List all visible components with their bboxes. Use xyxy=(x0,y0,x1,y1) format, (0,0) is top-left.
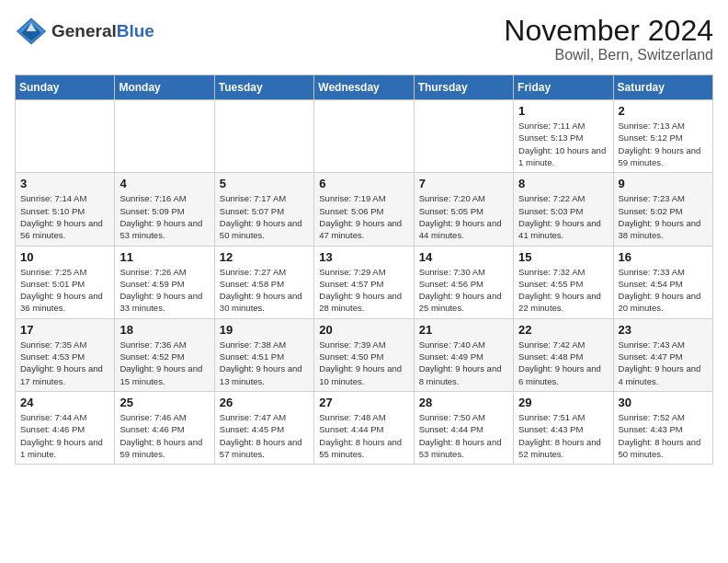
calendar-day-cell: 18Sunrise: 7:36 AM Sunset: 4:52 PM Dayli… xyxy=(115,318,214,391)
calendar-day-cell: 23Sunrise: 7:43 AM Sunset: 4:47 PM Dayli… xyxy=(613,318,712,391)
weekday-header: Tuesday xyxy=(214,75,313,100)
calendar-day-cell: 16Sunrise: 7:33 AM Sunset: 4:54 PM Dayli… xyxy=(613,246,712,318)
day-info: Sunrise: 7:40 AM Sunset: 4:49 PM Dayligh… xyxy=(419,339,508,387)
logo: GeneralBlue xyxy=(15,15,154,48)
day-number: 22 xyxy=(518,323,608,337)
day-info: Sunrise: 7:42 AM Sunset: 4:48 PM Dayligh… xyxy=(518,339,608,387)
day-info: Sunrise: 7:13 AM Sunset: 5:12 PM Dayligh… xyxy=(619,120,708,168)
weekday-header: Friday xyxy=(514,75,613,100)
day-info: Sunrise: 7:51 AM Sunset: 4:43 PM Dayligh… xyxy=(518,411,608,460)
day-number: 24 xyxy=(20,396,109,409)
calendar-day-cell: 11Sunrise: 7:26 AM Sunset: 4:59 PM Dayli… xyxy=(115,246,214,318)
calendar-week-row: 3Sunrise: 7:14 AM Sunset: 5:10 PM Daylig… xyxy=(16,173,713,246)
calendar-day-cell: 20Sunrise: 7:39 AM Sunset: 4:50 PM Dayli… xyxy=(314,318,414,391)
logo-text: GeneralBlue xyxy=(51,22,154,41)
day-info: Sunrise: 7:36 AM Sunset: 4:52 PM Dayligh… xyxy=(119,339,209,387)
weekday-header: Wednesday xyxy=(314,75,414,100)
day-number: 18 xyxy=(119,323,209,337)
calendar-day-cell: 17Sunrise: 7:35 AM Sunset: 4:53 PM Dayli… xyxy=(16,318,115,391)
day-info: Sunrise: 7:50 AM Sunset: 4:44 PM Dayligh… xyxy=(419,411,508,460)
calendar-day-cell: 30Sunrise: 7:52 AM Sunset: 4:43 PM Dayli… xyxy=(613,391,712,464)
calendar-day-cell: 1Sunrise: 7:11 AM Sunset: 5:13 PM Daylig… xyxy=(514,100,613,173)
calendar-day-cell xyxy=(16,100,115,173)
day-number: 19 xyxy=(220,323,309,337)
calendar-table: SundayMondayTuesdayWednesdayThursdayFrid… xyxy=(15,75,713,465)
logo-blue: Blue xyxy=(117,21,154,40)
day-info: Sunrise: 7:17 AM Sunset: 5:07 PM Dayligh… xyxy=(220,192,309,241)
day-info: Sunrise: 7:29 AM Sunset: 4:57 PM Dayligh… xyxy=(319,266,408,315)
calendar-day-cell: 22Sunrise: 7:42 AM Sunset: 4:48 PM Dayli… xyxy=(514,318,613,391)
weekday-header: Thursday xyxy=(414,75,513,100)
day-number: 11 xyxy=(119,250,209,264)
calendar-day-cell: 5Sunrise: 7:17 AM Sunset: 5:07 PM Daylig… xyxy=(214,173,313,246)
calendar-week-row: 1Sunrise: 7:11 AM Sunset: 5:13 PM Daylig… xyxy=(16,100,713,173)
day-info: Sunrise: 7:26 AM Sunset: 4:59 PM Dayligh… xyxy=(119,266,209,315)
weekday-header: Saturday xyxy=(613,75,712,100)
day-number: 13 xyxy=(319,250,408,264)
calendar-day-cell: 27Sunrise: 7:48 AM Sunset: 4:44 PM Dayli… xyxy=(314,391,414,464)
calendar-day-cell: 21Sunrise: 7:40 AM Sunset: 4:49 PM Dayli… xyxy=(414,318,513,391)
calendar-day-cell: 13Sunrise: 7:29 AM Sunset: 4:57 PM Dayli… xyxy=(314,246,414,318)
day-info: Sunrise: 7:52 AM Sunset: 4:43 PM Dayligh… xyxy=(619,411,708,460)
day-number: 30 xyxy=(619,396,708,409)
day-number: 21 xyxy=(419,323,508,337)
calendar-day-cell xyxy=(314,100,414,173)
month-title: November 2024 xyxy=(504,15,713,47)
calendar-day-cell xyxy=(214,100,313,173)
calendar-week-row: 10Sunrise: 7:25 AM Sunset: 5:01 PM Dayli… xyxy=(16,246,713,318)
day-info: Sunrise: 7:22 AM Sunset: 5:03 PM Dayligh… xyxy=(518,192,608,241)
day-number: 27 xyxy=(319,396,408,409)
calendar-day-cell: 28Sunrise: 7:50 AM Sunset: 4:44 PM Dayli… xyxy=(414,391,513,464)
day-number: 8 xyxy=(518,177,608,190)
day-number: 16 xyxy=(619,250,708,264)
day-number: 7 xyxy=(419,177,508,190)
day-info: Sunrise: 7:25 AM Sunset: 5:01 PM Dayligh… xyxy=(20,266,109,315)
day-info: Sunrise: 7:11 AM Sunset: 5:13 PM Dayligh… xyxy=(518,120,608,168)
day-info: Sunrise: 7:23 AM Sunset: 5:02 PM Dayligh… xyxy=(619,192,708,241)
day-number: 29 xyxy=(518,396,608,409)
day-number: 14 xyxy=(419,250,508,264)
day-number: 20 xyxy=(319,323,408,337)
calendar-day-cell: 24Sunrise: 7:44 AM Sunset: 4:46 PM Dayli… xyxy=(16,391,115,464)
calendar-header-row: SundayMondayTuesdayWednesdayThursdayFrid… xyxy=(16,75,713,100)
day-info: Sunrise: 7:44 AM Sunset: 4:46 PM Dayligh… xyxy=(20,411,109,460)
calendar-day-cell: 2Sunrise: 7:13 AM Sunset: 5:12 PM Daylig… xyxy=(613,100,712,173)
weekday-header: Sunday xyxy=(16,75,115,100)
day-number: 28 xyxy=(419,396,508,409)
day-number: 6 xyxy=(319,177,408,190)
weekday-header: Monday xyxy=(115,75,214,100)
day-info: Sunrise: 7:14 AM Sunset: 5:10 PM Dayligh… xyxy=(20,192,109,241)
day-info: Sunrise: 7:48 AM Sunset: 4:44 PM Dayligh… xyxy=(319,411,408,460)
day-number: 25 xyxy=(119,396,209,409)
day-number: 17 xyxy=(20,323,109,337)
calendar-day-cell: 29Sunrise: 7:51 AM Sunset: 4:43 PM Dayli… xyxy=(514,391,613,464)
day-info: Sunrise: 7:19 AM Sunset: 5:06 PM Dayligh… xyxy=(319,192,408,241)
day-number: 10 xyxy=(20,250,109,264)
calendar-week-row: 17Sunrise: 7:35 AM Sunset: 4:53 PM Dayli… xyxy=(16,318,713,391)
calendar-day-cell: 4Sunrise: 7:16 AM Sunset: 5:09 PM Daylig… xyxy=(115,173,214,246)
calendar-day-cell: 10Sunrise: 7:25 AM Sunset: 5:01 PM Dayli… xyxy=(16,246,115,318)
day-number: 12 xyxy=(220,250,309,264)
calendar-day-cell: 8Sunrise: 7:22 AM Sunset: 5:03 PM Daylig… xyxy=(514,173,613,246)
day-number: 26 xyxy=(220,396,309,409)
day-number: 15 xyxy=(518,250,608,264)
calendar-day-cell: 25Sunrise: 7:46 AM Sunset: 4:46 PM Dayli… xyxy=(115,391,214,464)
calendar-day-cell: 3Sunrise: 7:14 AM Sunset: 5:10 PM Daylig… xyxy=(16,173,115,246)
day-number: 23 xyxy=(619,323,708,337)
calendar-day-cell: 19Sunrise: 7:38 AM Sunset: 4:51 PM Dayli… xyxy=(214,318,313,391)
day-info: Sunrise: 7:39 AM Sunset: 4:50 PM Dayligh… xyxy=(319,339,408,387)
calendar-day-cell xyxy=(414,100,513,173)
logo-icon xyxy=(15,15,48,48)
day-info: Sunrise: 7:43 AM Sunset: 4:47 PM Dayligh… xyxy=(619,339,708,387)
calendar-day-cell xyxy=(115,100,214,173)
calendar-day-cell: 7Sunrise: 7:20 AM Sunset: 5:05 PM Daylig… xyxy=(414,173,513,246)
day-number: 2 xyxy=(619,104,708,118)
calendar-day-cell: 9Sunrise: 7:23 AM Sunset: 5:02 PM Daylig… xyxy=(613,173,712,246)
calendar-day-cell: 6Sunrise: 7:19 AM Sunset: 5:06 PM Daylig… xyxy=(314,173,414,246)
calendar-day-cell: 12Sunrise: 7:27 AM Sunset: 4:58 PM Dayli… xyxy=(214,246,313,318)
day-number: 4 xyxy=(119,177,209,190)
day-info: Sunrise: 7:30 AM Sunset: 4:56 PM Dayligh… xyxy=(419,266,508,315)
day-info: Sunrise: 7:35 AM Sunset: 4:53 PM Dayligh… xyxy=(20,339,109,387)
logo-general: General xyxy=(51,21,117,40)
day-info: Sunrise: 7:27 AM Sunset: 4:58 PM Dayligh… xyxy=(220,266,309,315)
